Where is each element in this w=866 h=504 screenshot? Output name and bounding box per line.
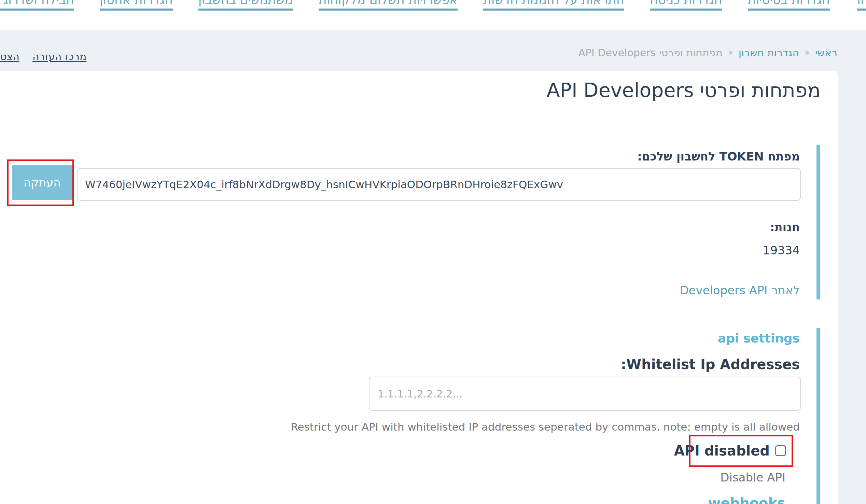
webhooks-heading: webhooks xyxy=(708,495,785,504)
nav-link-new-order-alerts[interactable]: התראות על הזמנות חדשות xyxy=(483,0,624,11)
store-label: חנות: xyxy=(770,220,800,234)
chat-link-cut[interactable]: הצט xyxy=(0,51,20,63)
api-disabled-checkbox[interactable] xyxy=(775,445,786,456)
breadcrumb-account-settings-link[interactable]: הגדרות חשבון xyxy=(739,47,799,59)
breadcrumb-home-link[interactable]: ראשי xyxy=(815,47,837,59)
nav-link-basic-settings[interactable]: הגדרות בסיסיות xyxy=(748,0,830,11)
nav-link-account-users[interactable]: משתמשים בחשבון xyxy=(198,0,293,11)
api-settings-heading: api settings xyxy=(718,331,800,345)
nav-link-cut-right[interactable]: הו xyxy=(857,0,866,11)
api-settings-accent-bar xyxy=(817,328,820,504)
disable-api-help-text: Disable API xyxy=(720,471,785,484)
api-disabled-row: API disabled xyxy=(674,442,786,459)
store-id-value: 19334 xyxy=(763,244,800,257)
top-nav: הגדרות בסיסיות הגדרות כניסה התראות על הז… xyxy=(0,0,830,11)
breadcrumb-current-page: מפתחות ופרטי API Developers xyxy=(578,47,722,59)
token-input[interactable] xyxy=(77,168,801,201)
breadcrumb-separator-dot xyxy=(805,51,809,55)
nav-link-package-upgrade[interactable]: חבילה ושדרוג חשבון xyxy=(0,0,74,11)
whitelist-help-text: Restrict your API with whitelisted IP ad… xyxy=(291,421,800,433)
help-center-link[interactable]: מרכז העזרה xyxy=(32,51,86,63)
breadcrumb-separator-dot xyxy=(729,51,732,55)
nav-link-storage-settings[interactable]: הגדרות אחסון xyxy=(100,0,173,11)
developers-api-site-link[interactable]: לאתר Developers API xyxy=(679,283,800,297)
token-key-label: מפתח TOKEN לחשבון שלכם: xyxy=(637,149,800,163)
page-title: מפתחות ופרטי API Developers xyxy=(547,79,821,102)
breadcrumb: ראשי הגדרות חשבון מפתחות ופרטי API Devel… xyxy=(578,47,837,59)
api-disabled-label[interactable]: API disabled xyxy=(674,443,770,459)
whitelist-ip-label: Whitelist Ip Addresses: xyxy=(621,357,800,372)
nav-link-login-settings[interactable]: הגדרות כניסה xyxy=(650,0,722,11)
whitelist-ip-input[interactable] xyxy=(369,377,801,411)
token-section-accent-bar xyxy=(817,145,820,300)
nav-link-customer-payment-options[interactable]: אפשרויות תשלום מלקוחות xyxy=(319,0,458,11)
copy-button[interactable]: העתקה xyxy=(12,165,73,200)
